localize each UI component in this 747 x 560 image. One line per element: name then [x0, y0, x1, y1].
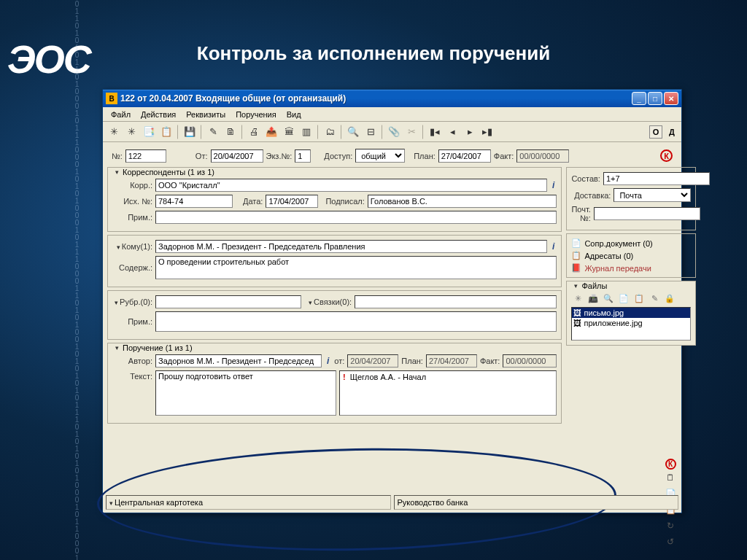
app-icon: В — [106, 93, 117, 104]
mode-d-button[interactable]: Д — [665, 125, 678, 139]
tool-print-icon[interactable]: 🖨 — [246, 124, 262, 140]
menu-actions[interactable]: Действия — [136, 109, 181, 120]
close-button[interactable]: ✕ — [664, 92, 678, 105]
tool-copy-icon[interactable]: 📑 — [141, 124, 157, 140]
access-select[interactable]: общий — [355, 149, 405, 163]
access-label: Доступ: — [324, 152, 352, 160]
tool-search-icon[interactable]: 🔍 — [345, 124, 361, 140]
content-field[interactable]: О проведении строительных работ — [155, 256, 557, 279]
text-label: Текст: — [112, 370, 152, 381]
file-list[interactable]: 🖼письмо.jpg 🖼приложение.jpg — [571, 307, 691, 341]
menu-file[interactable]: Файл — [106, 109, 136, 120]
signed-field[interactable] — [368, 195, 557, 208]
info-icon[interactable]: i — [550, 241, 557, 252]
assign-plan-field[interactable] — [426, 354, 477, 368]
tool-stamp-icon[interactable]: 🏛 — [281, 124, 297, 140]
num-field[interactable] — [125, 149, 166, 163]
links-label[interactable]: Связки(0): — [309, 298, 352, 306]
executor-box[interactable]: ! Щеглов А.А. - Начал — [339, 370, 557, 416]
file-add-icon[interactable]: ✳ — [571, 294, 584, 306]
assignment-text[interactable]: Прошу подготовить ответ — [155, 370, 336, 416]
file-item[interactable]: 🖼приложение.jpg — [572, 318, 690, 328]
tool-doc-icon[interactable]: 🗎 — [222, 124, 239, 140]
fact-label: Факт: — [494, 152, 514, 160]
out-field[interactable] — [155, 195, 233, 208]
status-bar: Центральная картотека Руководство банка — [106, 495, 678, 510]
assign-fact-field[interactable] — [503, 354, 557, 368]
info-icon[interactable]: i — [325, 356, 331, 366]
nav-next-icon[interactable]: ▸ — [462, 124, 478, 140]
tool-d-icon[interactable]: ↻ — [664, 521, 677, 534]
maximize-button[interactable]: □ — [648, 92, 662, 105]
assign-from-label: от: — [334, 357, 344, 365]
tool-link-icon[interactable]: ⊟ — [363, 124, 379, 140]
tool-new2-icon[interactable]: ✳ — [123, 124, 139, 140]
nav-last-icon[interactable]: ▸▮ — [479, 124, 495, 140]
to-label[interactable]: Кому(1): — [112, 242, 152, 251]
header-row: №: От: Экз.№: Доступ: общий План: Факт: … — [107, 147, 677, 167]
corr-note-field[interactable] — [155, 211, 557, 224]
tool-edit-icon[interactable]: ✎ — [205, 124, 221, 140]
addressees-link[interactable]: 📋Адресаты (0) — [571, 249, 691, 262]
postnum-label: Почт. №: — [571, 205, 590, 222]
date-field[interactable] — [266, 195, 318, 208]
rubr-note-field[interactable] — [155, 311, 557, 332]
tool-paste-icon[interactable]: 📋 — [158, 124, 174, 140]
image-icon: 🖼 — [573, 319, 581, 327]
tool-save-icon: 💾 — [182, 124, 198, 140]
tool-attach-icon[interactable]: 📎 — [386, 124, 402, 140]
recipient-group: Кому(1): i Содерж.: О проведении строите… — [107, 235, 562, 287]
file-view-icon[interactable]: 🔍 — [602, 294, 615, 306]
file-item[interactable]: 🖼письмо.jpg — [572, 308, 690, 318]
author-field[interactable] — [155, 354, 322, 368]
toolbar-sep — [241, 125, 243, 139]
from-field[interactable] — [211, 149, 263, 163]
toolbar-sep — [317, 125, 319, 139]
copy-field[interactable] — [295, 149, 311, 163]
toolbar-sep — [177, 125, 179, 139]
file-paste-icon[interactable]: 📋 — [632, 294, 646, 306]
delivery-box: Состав: Доставка: Почта Почт. №: — [566, 167, 696, 230]
journal-link[interactable]: 📕Журнал передачи — [571, 262, 691, 274]
assign-from-field[interactable] — [347, 354, 398, 368]
tool-card-icon[interactable]: 🗂 — [322, 124, 338, 140]
composition-field[interactable] — [603, 172, 710, 185]
links-field[interactable] — [355, 295, 557, 308]
tool-a-icon[interactable]: 🗒 — [664, 472, 677, 486]
to-field[interactable] — [155, 240, 547, 253]
info-icon[interactable]: i — [550, 180, 557, 190]
tool-e-icon[interactable]: ↺ — [664, 537, 677, 550]
priority-mark: ! — [343, 373, 346, 381]
window-title: 122 от 20.04.2007 Входящие общие (от орг… — [120, 93, 632, 104]
postnum-field[interactable] — [594, 207, 700, 220]
tool-new1-icon[interactable]: ✳ — [106, 124, 122, 140]
menu-assignments[interactable]: Поручения — [231, 109, 282, 120]
rubr-field[interactable] — [155, 295, 301, 308]
rubr-label[interactable]: Рубр.(0): — [112, 298, 152, 306]
cover-doc-link[interactable]: 📄Сопр.документ (0) — [571, 237, 691, 249]
toolbar-sep — [341, 125, 342, 139]
mode-o-button[interactable]: О — [649, 125, 662, 139]
file-copy-icon[interactable]: 📄 — [617, 294, 630, 306]
fact-field[interactable] — [516, 149, 569, 163]
files-group: Файлы ✳ 📠 🔍 📄 📋 ✎ 🔒 🖼письмо.jpg — [566, 281, 696, 346]
tool-export-icon[interactable]: 📤 — [263, 124, 279, 140]
minimize-button[interactable]: _ — [632, 92, 646, 105]
file-scan-icon[interactable]: 📠 — [587, 294, 600, 306]
nav-first-icon[interactable]: ▮◂ — [427, 124, 443, 140]
file-edit-icon[interactable]: ✎ — [648, 294, 661, 306]
from-label: От: — [196, 152, 208, 160]
image-icon: 🖼 — [573, 308, 581, 317]
form-body: №: От: Экз.№: Доступ: общий План: Факт: … — [103, 142, 681, 513]
tool-barcode-icon[interactable]: ▥ — [298, 124, 314, 140]
files-title[interactable]: Файлы — [571, 281, 610, 290]
delivery-select[interactable]: Почта — [614, 188, 691, 202]
nav-prev-icon[interactable]: ◂ — [444, 124, 460, 140]
menu-view[interactable]: Вид — [282, 109, 306, 120]
assignment-title[interactable]: Поручение (1 из 1) — [112, 343, 196, 352]
plan-field[interactable] — [438, 149, 491, 163]
file-lock-icon[interactable]: 🔒 — [663, 294, 676, 306]
menu-requisites[interactable]: Реквизиты — [181, 109, 231, 120]
korr-field[interactable] — [155, 179, 547, 192]
correspondents-title[interactable]: Корреспонденты (1 из 1) — [112, 168, 217, 176]
